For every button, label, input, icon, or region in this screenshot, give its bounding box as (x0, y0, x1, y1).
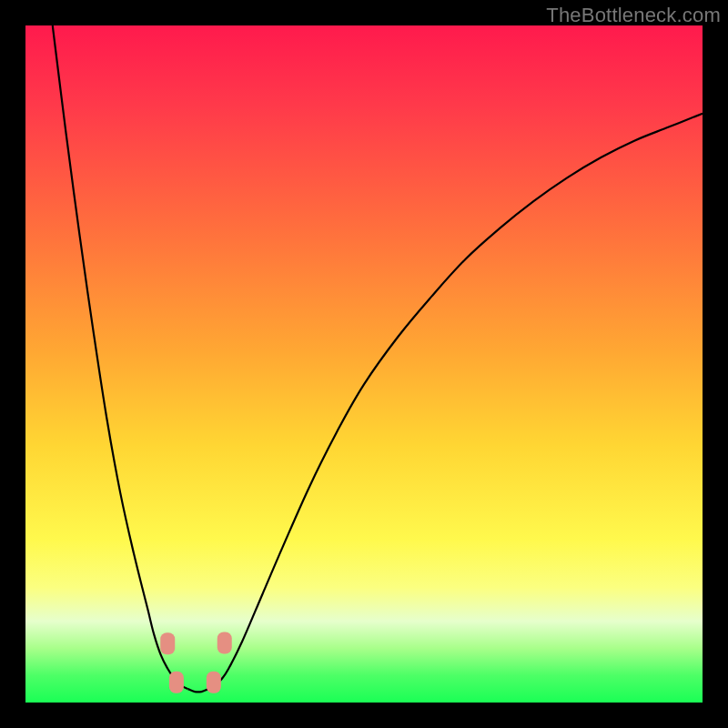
watermark-text: TheBottleneck.com (546, 4, 721, 27)
curve-marker (160, 632, 175, 654)
curve-marker (169, 672, 184, 693)
marker-group (160, 632, 232, 693)
curve-valley (188, 689, 208, 692)
curve-right-branch (208, 114, 703, 689)
curve-marker (207, 672, 221, 693)
bottleneck-curve-plot (25, 25, 703, 703)
chart-gradient-area (25, 25, 703, 703)
curve-marker (217, 632, 232, 654)
curve-left-branch (53, 25, 188, 689)
